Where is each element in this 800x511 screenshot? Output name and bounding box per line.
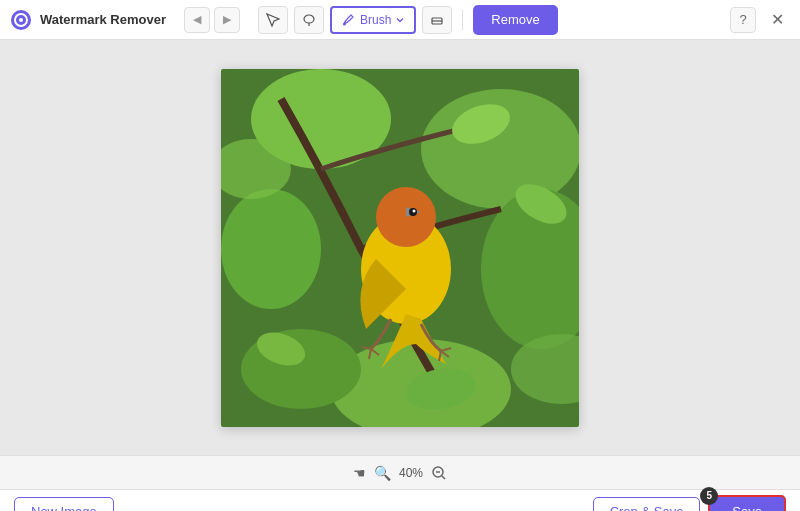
lasso-icon — [302, 13, 316, 27]
title-bar: Watermark Remover ◀ ▶ — [0, 0, 800, 40]
svg-point-3 — [304, 15, 314, 23]
save-wrapper: 5 Save — [708, 495, 786, 512]
erase-icon — [430, 13, 444, 27]
title-left: Watermark Remover ◀ ▶ — [10, 5, 558, 35]
lasso-tool-button[interactable] — [294, 6, 324, 34]
selection-icon — [266, 13, 280, 27]
svg-point-2 — [19, 18, 23, 22]
svg-point-4 — [343, 23, 346, 26]
brush-icon — [342, 13, 355, 26]
nav-arrows: ◀ ▶ — [184, 7, 240, 33]
crop-save-button[interactable]: Crop & Save — [593, 497, 701, 512]
main-canvas-area — [0, 40, 800, 455]
title-right: ? ✕ — [730, 7, 790, 33]
back-button[interactable]: ◀ — [184, 7, 210, 33]
help-button[interactable]: ? — [730, 7, 756, 33]
toolbar-tools: Brush Remove — [258, 5, 558, 35]
svg-point-20 — [413, 209, 416, 212]
brush-label: Brush — [360, 13, 391, 27]
zoom-out-icon[interactable] — [431, 465, 447, 481]
erase-tool-button[interactable] — [422, 6, 452, 34]
bottom-bar: New Image Crop & Save 5 Save — [0, 489, 800, 511]
svg-point-10 — [221, 189, 321, 309]
save-button[interactable]: Save — [708, 495, 786, 512]
close-button[interactable]: ✕ — [764, 7, 790, 33]
zoom-in-icon[interactable]: 🔍 — [374, 465, 391, 481]
forward-button[interactable]: ▶ — [214, 7, 240, 33]
new-image-button[interactable]: New Image — [14, 497, 114, 512]
zoom-value: 40% — [399, 466, 423, 480]
image-container — [221, 69, 579, 427]
save-badge: 5 — [700, 487, 718, 505]
bird-image — [221, 69, 579, 427]
bottom-right-actions: Crop & Save 5 Save — [593, 495, 786, 512]
brush-tool-button[interactable]: Brush — [330, 6, 416, 34]
toolbar-divider — [462, 10, 463, 30]
app-logo-icon — [10, 9, 32, 31]
pan-tool-icon[interactable]: ☚ — [353, 465, 366, 481]
chevron-down-icon — [396, 16, 404, 24]
remove-button[interactable]: Remove — [473, 5, 557, 35]
app-title: Watermark Remover — [40, 12, 166, 27]
selection-tool-button[interactable] — [258, 6, 288, 34]
zoom-controls: ☚ 🔍 40% — [353, 465, 447, 481]
status-bar: ☚ 🔍 40% — [0, 455, 800, 489]
